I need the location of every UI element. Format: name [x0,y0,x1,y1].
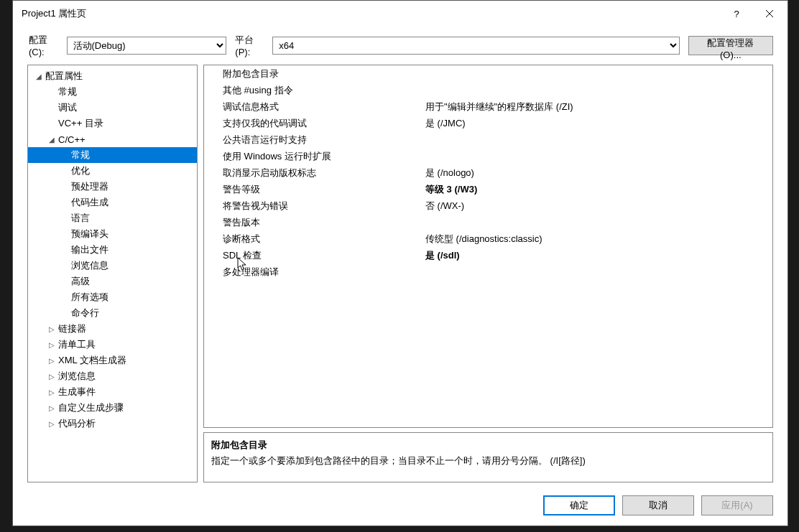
property-value: 是 (/nologo) [424,167,772,179]
tree-item[interactable]: ◢配置属性 [28,68,197,84]
chevron-down-icon: ◢ [34,73,44,80]
platform-label: 平台(P): [235,34,268,57]
tree-item[interactable]: 预编译头 [28,226,197,242]
tree-item[interactable]: ▷XML 文档生成器 [28,353,197,368]
tree-item[interactable]: 常规 [28,147,197,163]
property-row[interactable]: 其他 #using 指令 [204,82,772,98]
tree-item[interactable]: 常规 [28,84,197,100]
property-row[interactable]: 警告版本 [204,214,772,230]
tree-item-label: 优化 [71,164,90,177]
tree-item-label: 预编译头 [71,228,108,241]
property-name: 诊断格式 [204,233,424,246]
property-value: 是 (/sdl) [424,249,772,262]
config-manager-button[interactable]: 配置管理器(O)... [688,36,773,55]
property-value: 用于"编辑并继续"的程序数据库 (/ZI) [424,101,772,113]
description-title: 附加包含目录 [211,439,765,452]
tree-item[interactable]: 所有选项 [28,289,197,305]
tree-item[interactable]: 代码生成 [28,195,197,210]
tree-item[interactable]: 高级 [28,274,197,289]
property-value: 传统型 (/diagnostics:classic) [424,233,772,246]
property-row[interactable]: 将警告视为错误否 (/WX-) [204,197,772,214]
tree-item-label: 生成事件 [58,386,96,398]
description-box: 附加包含目录 指定一个或多个要添加到包含路径中的目录；当目录不止一个时，请用分号… [203,432,773,482]
tree-item[interactable]: ▷链接器 [28,321,197,337]
property-name: 警告版本 [204,216,424,229]
property-row[interactable]: 公共语言运行时支持 [204,131,772,148]
tree-pane[interactable]: ◢配置属性常规调试VC++ 目录◢C/C++常规优化预处理器代码生成语言预编译头… [27,65,198,482]
chevron-down-icon: ◢ [47,136,57,144]
platform-select[interactable]: x64 [272,37,679,55]
property-grid[interactable]: 附加包含目录其他 #using 指令调试信息格式用于"编辑并继续"的程序数据库 … [203,65,773,428]
property-name: 警告等级 [204,183,424,196]
tree-item[interactable]: ◢C/C++ [28,131,197,147]
content-area: ◢配置属性常规调试VC++ 目录◢C/C++常规优化预处理器代码生成语言预编译头… [13,65,788,488]
property-name: 支持仅我的代码调试 [204,117,424,130]
tree-item[interactable]: 优化 [28,163,197,179]
description-text: 指定一个或多个要添加到包含路径中的目录；当目录不止一个时，请用分号分隔。 (/I… [211,454,765,467]
tree-item-label: 语言 [71,212,90,225]
property-name: SDL 检查 [204,249,424,262]
config-label: 配置(C): [29,34,63,57]
property-row[interactable]: 调试信息格式用于"编辑并继续"的程序数据库 (/ZI) [204,98,772,115]
tree-item[interactable]: 命令行 [28,305,197,321]
property-name: 调试信息格式 [204,101,424,113]
tree-item[interactable]: 预处理器 [28,179,197,195]
tree-item-label: 所有选项 [71,291,108,304]
dialog-footer: 确定 取消 应用(A) [13,488,788,526]
tree-item-label: 调试 [58,101,77,114]
property-name: 多处理器编译 [204,266,424,279]
tree-item-label: 自定义生成步骤 [58,401,124,414]
tree-item[interactable]: 调试 [28,100,197,116]
property-row[interactable]: 警告等级等级 3 (/W3) [204,181,772,197]
tree-item[interactable]: 输出文件 [28,242,197,258]
property-value: 否 (/WX-) [424,200,772,213]
tree-item[interactable]: 浏览信息 [28,258,197,274]
property-row[interactable]: 附加包含目录 [204,65,772,82]
property-value: 等级 3 (/W3) [424,183,772,196]
property-name: 公共语言运行时支持 [204,134,424,146]
tree-item-label: XML 文档生成器 [58,354,126,367]
tree-item-label: 输出文件 [71,243,108,256]
config-select[interactable]: 活动(Debug) [67,37,227,55]
property-row[interactable]: 诊断格式传统型 (/diagnostics:classic) [204,230,772,247]
property-name: 将警告视为错误 [204,200,424,213]
tree-item-label: C/C++ [58,134,86,145]
tree-item-label: 预处理器 [71,180,108,193]
tree-item[interactable]: ▷浏览信息 [28,368,197,384]
property-value: 是 (/JMC) [424,117,772,130]
apply-button[interactable]: 应用(A) [701,495,773,515]
chevron-right-icon: ▷ [47,404,57,412]
tree-item-label: 常规 [71,149,90,162]
tree-item[interactable]: ▷代码分析 [28,416,197,431]
property-name: 其他 #using 指令 [204,84,424,97]
tree-item-label: 浏览信息 [71,259,108,272]
tree-item-label: 配置属性 [45,70,83,83]
property-dialog: Project1 属性页 ? 配置(C): 活动(Debug) 平台(P): x… [12,0,788,526]
cancel-button[interactable]: 取消 [622,495,694,515]
titlebar: Project1 属性页 ? [13,1,788,27]
tree-item[interactable]: ▷自定义生成步骤 [28,400,197,416]
tree-item[interactable]: ▷生成事件 [28,384,197,400]
close-button[interactable] [753,2,786,25]
help-button[interactable]: ? [720,2,753,25]
tree-item[interactable]: VC++ 目录 [28,116,197,131]
window-title: Project1 属性页 [22,7,720,20]
tree-item[interactable]: 语言 [28,210,197,226]
property-row[interactable]: 使用 Windows 运行时扩展 [204,148,772,164]
config-row: 配置(C): 活动(Debug) 平台(P): x64 配置管理器(O)... [13,27,788,65]
ok-button[interactable]: 确定 [543,495,615,515]
property-row[interactable]: SDL 检查是 (/sdl) [204,247,772,263]
property-row[interactable]: 取消显示启动版权标志是 (/nologo) [204,164,772,181]
chevron-right-icon: ▷ [47,325,57,333]
property-pane: 附加包含目录其他 #using 指令调试信息格式用于"编辑并继续"的程序数据库 … [203,65,773,482]
property-row[interactable]: 支持仅我的代码调试是 (/JMC) [204,115,772,131]
close-icon [765,9,774,18]
tree-item-label: 高级 [71,275,90,288]
tree-item[interactable]: ▷清单工具 [28,337,197,353]
tree-item-label: 代码生成 [71,196,108,209]
property-row[interactable]: 多处理器编译 [204,263,772,280]
tree-item-label: VC++ 目录 [58,117,103,130]
chevron-right-icon: ▷ [47,373,57,381]
tree-item-label: 链接器 [58,322,86,335]
tree-item-label: 常规 [58,85,77,98]
